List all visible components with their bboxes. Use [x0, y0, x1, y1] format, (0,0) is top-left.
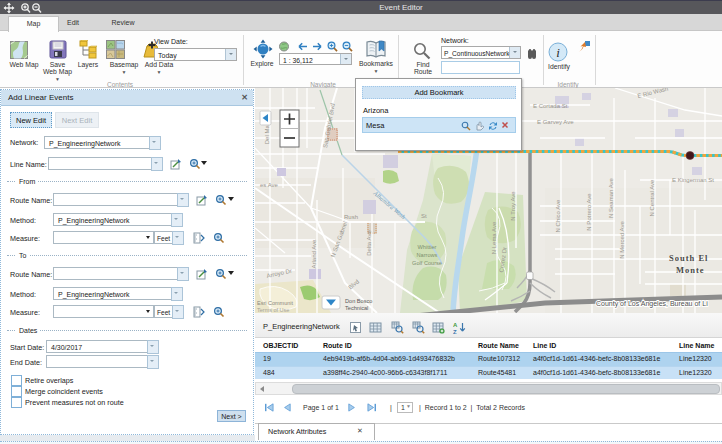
svg-text:i: i — [556, 45, 560, 60]
svg-text:South El: South El — [669, 253, 708, 263]
svg-text:St: St — [421, 213, 427, 219]
svg-text:Delta Ave: Delta Ave — [366, 230, 372, 256]
svg-text:N Chico Ave: N Chico Ave — [555, 199, 561, 233]
svg-text:Esri Communit: Esri Communit — [257, 300, 294, 306]
svg-text:Arland Ave: Arland Ave — [311, 239, 317, 269]
svg-text:Technical: Technical — [345, 305, 368, 311]
svg-text:County of Los Angeles, Bureau: County of Los Angeles, Bureau of Li — [596, 300, 708, 308]
svg-text:Rush: Rush — [344, 214, 358, 220]
svg-text:A: A — [453, 322, 458, 328]
svg-text:N Central Ave: N Central Ave — [649, 179, 655, 217]
svg-text:Z: Z — [453, 329, 457, 335]
svg-text:N Lema Ave: N Lema Ave — [491, 221, 497, 254]
svg-text:Whittier: Whittier — [418, 244, 437, 250]
svg-text:N Merced Ave: N Merced Ave — [619, 221, 625, 259]
svg-text:E Cortada St: E Cortada St — [533, 103, 568, 109]
svg-text:E Kingerman St: E Kingerman St — [672, 177, 714, 183]
svg-text:Narrows: Narrows — [417, 252, 438, 258]
svg-text:N Seaman Ave: N Seaman Ave — [608, 177, 614, 218]
svg-text:Monte: Monte — [676, 265, 705, 275]
svg-text:es Ave: es Ave — [260, 182, 279, 188]
svg-text:Don Bosco: Don Bosco — [345, 298, 372, 304]
svg-text:E Garvey Ave: E Garvey Ave — [537, 119, 574, 125]
svg-text:N Troy Ave: N Troy Ave — [510, 191, 516, 221]
svg-text:N Potrero Ave: N Potrero Ave — [586, 193, 592, 231]
svg-text:Golf Course: Golf Course — [412, 260, 442, 266]
